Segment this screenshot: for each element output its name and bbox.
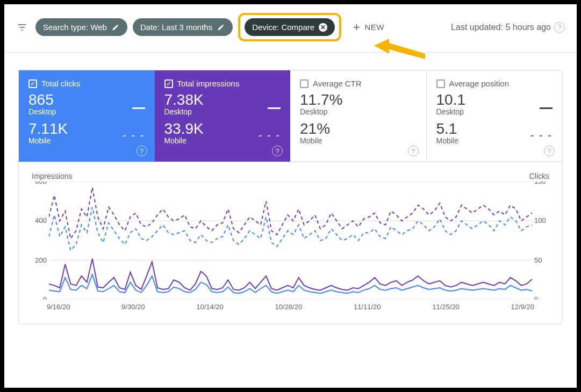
new-filter-button[interactable]: + NEW — [347, 21, 384, 33]
filter-icon[interactable] — [16, 21, 28, 33]
chip-device-compare[interactable]: Device: Compare ✕ — [245, 18, 335, 36]
checkbox-icon[interactable] — [164, 79, 173, 88]
chip-date[interactable]: Date: Last 3 months — [133, 18, 233, 36]
new-label: NEW — [364, 23, 384, 32]
card-title: Average CTR — [313, 79, 362, 88]
help-icon[interactable]: ? — [544, 146, 555, 156]
x-axis-labels: 9/16/209/30/2010/14/2010/28/2011/11/2011… — [47, 303, 534, 311]
updated-text: Last updated: 5 hours ago — [451, 23, 551, 32]
svg-text:0: 0 — [43, 295, 47, 300]
svg-text:0: 0 — [534, 295, 538, 300]
card-total-clicks[interactable]: Total clicks 865 Desktop 7.11K Mobile - … — [19, 70, 155, 162]
last-updated: Last updated: 5 hours ago ? — [451, 22, 565, 33]
x-tick-label: 11/25/20 — [432, 303, 460, 311]
ctr-desktop-value: 11.7% — [300, 91, 417, 108]
impr-desktop-label: Desktop — [164, 107, 281, 116]
legend-solid-icon — [268, 100, 281, 114]
pencil-icon — [217, 23, 225, 32]
clicks-desktop-value: 865 — [28, 91, 145, 108]
pencil-icon — [111, 23, 120, 32]
highlight-annotation: Device: Compare ✕ — [238, 13, 341, 41]
card-title: Total impressions — [177, 79, 240, 88]
metric-cards: Total clicks 865 Desktop 7.11K Mobile - … — [19, 70, 562, 162]
y-right-axis-label: Clicks — [529, 172, 549, 180]
filter-bar: Search type: Web Date: Last 3 months Dev… — [4, 4, 577, 53]
svg-text:400: 400 — [35, 216, 47, 224]
ctr-mobile-label: Mobile — [300, 136, 417, 145]
legend-solid-icon — [132, 100, 145, 114]
clicks-desktop-label: Desktop — [28, 107, 145, 116]
chip-label: Date: Last 3 months — [140, 23, 212, 32]
chip-label: Device: Compare — [252, 23, 314, 32]
chart-area: Impressions Clicks 0200400600 050100150 … — [19, 162, 562, 324]
y-left-ticks: 0200400600 — [31, 182, 49, 300]
chip-label: Search type: Web — [43, 23, 107, 32]
card-title: Average position — [449, 79, 509, 88]
pos-desktop-value: 10.1 — [436, 91, 553, 108]
x-tick-label: 12/9/20 — [511, 303, 534, 311]
help-icon[interactable]: ? — [408, 146, 419, 156]
svg-text:100: 100 — [534, 216, 546, 224]
y-left-axis-label: Impressions — [32, 172, 72, 180]
x-tick-label: 9/16/20 — [47, 303, 70, 311]
help-icon[interactable]: ? — [554, 22, 565, 33]
svg-text:50: 50 — [534, 256, 542, 264]
x-tick-label: 10/28/20 — [275, 303, 303, 311]
x-tick-label: 11/11/20 — [354, 303, 381, 311]
legend-dashed-icon: - - - — [530, 129, 553, 142]
line-chart — [49, 182, 532, 300]
help-icon[interactable]: ? — [137, 146, 147, 156]
card-total-impressions[interactable]: Total impressions 7.38K Desktop 33.9K Mo… — [155, 70, 291, 162]
help-icon[interactable]: ? — [272, 146, 283, 156]
ctr-desktop-label: Desktop — [300, 107, 417, 116]
y-right-ticks: 050100150 — [532, 182, 550, 300]
close-icon[interactable]: ✕ — [319, 23, 327, 32]
pos-desktop-label: Desktop — [436, 107, 553, 116]
svg-text:600: 600 — [35, 182, 47, 185]
svg-text:150: 150 — [534, 182, 546, 185]
checkbox-icon[interactable] — [28, 79, 37, 88]
legend-dashed-icon: - - - — [259, 129, 281, 142]
legend-solid-icon — [540, 100, 553, 114]
card-average-ctr[interactable]: Average CTR 11.7% Desktop 21% Mobile ? — [290, 70, 427, 162]
dashboard-panel: Total clicks 865 Desktop 7.11K Mobile - … — [18, 70, 563, 324]
ctr-mobile-value: 21% — [300, 120, 417, 137]
legend-dashed-icon: - - - — [123, 129, 145, 142]
card-title: Total clicks — [41, 79, 81, 88]
impr-desktop-value: 7.38K — [164, 91, 281, 108]
svg-text:200: 200 — [35, 256, 47, 264]
checkbox-icon[interactable] — [300, 79, 309, 88]
checkbox-icon[interactable] — [436, 79, 445, 88]
card-average-position[interactable]: Average position 10.1 Desktop 5.1 Mobile… — [427, 70, 563, 162]
x-tick-label: 9/30/20 — [121, 303, 145, 311]
chip-search-type[interactable]: Search type: Web — [35, 18, 127, 36]
plus-icon: + — [353, 21, 360, 33]
x-tick-label: 10/14/20 — [196, 303, 224, 311]
